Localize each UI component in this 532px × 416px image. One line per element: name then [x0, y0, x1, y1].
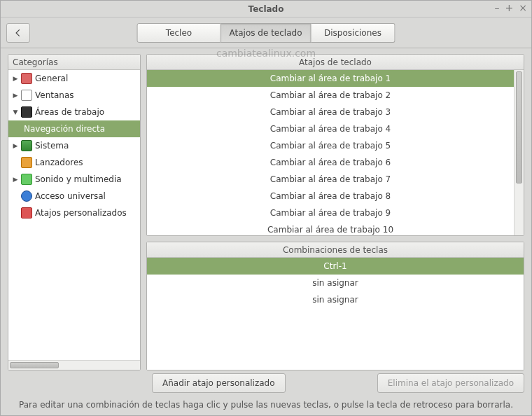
- add-custom-shortcut-button[interactable]: Añadir atajo personalizado: [152, 373, 286, 393]
- bindings-list[interactable]: Ctrl-1 sin asignar sin asignar: [147, 258, 524, 370]
- remove-custom-shortcut-button: Elimina el atajo personalizado: [377, 373, 524, 393]
- multimedia-icon: [21, 174, 32, 185]
- keyboard-window: Teclado – + × Tecleo Atajos de teclado D…: [0, 0, 532, 416]
- category-label: General: [35, 74, 68, 83]
- tab-typing[interactable]: Tecleo: [137, 23, 221, 43]
- shortcut-row[interactable]: Cambiar al área de trabajo 2: [147, 87, 514, 104]
- back-button[interactable]: [6, 23, 30, 43]
- general-icon: [21, 73, 32, 84]
- scroll-thumb[interactable]: [516, 71, 522, 183]
- custom-shortcuts-icon: [21, 207, 32, 219]
- category-workspaces[interactable]: ▼ Áreas de trabajo: [8, 104, 140, 120]
- system-icon: [21, 140, 32, 151]
- shortcuts-panel: Atajos de teclado Cambiar al área de tra…: [146, 54, 524, 236]
- categories-tree[interactable]: ▶ General ▶ Ventanas ▼ Áreas de trabajo …: [8, 70, 140, 360]
- shortcut-row[interactable]: Cambiar al área de trabajo 3: [147, 104, 514, 120]
- category-label: Áreas de trabajo: [35, 107, 104, 117]
- window-icon: [21, 90, 32, 101]
- categories-header: Categorías: [8, 55, 140, 70]
- right-column: Atajos de teclado Cambiar al área de tra…: [146, 54, 524, 370]
- category-label: Atajos personalizados: [35, 208, 127, 218]
- expand-icon: ▶: [11, 142, 20, 149]
- category-launchers[interactable]: Lanzadores: [8, 154, 140, 171]
- maximize-button[interactable]: +: [505, 2, 514, 13]
- bindings-panel: Combinaciones de teclas Ctrl-1 sin asign…: [146, 242, 524, 370]
- toolbar: Tecleo Atajos de teclado Disposiciones: [1, 18, 531, 48]
- shortcut-row[interactable]: Cambiar al área de trabajo 9: [147, 204, 514, 221]
- expand-icon: ▶: [11, 75, 20, 82]
- tabbar: Tecleo Atajos de teclado Disposiciones: [137, 23, 396, 43]
- arrow-left-icon: [13, 28, 23, 38]
- minimize-button[interactable]: –: [495, 2, 500, 13]
- expand-icon: ▶: [11, 92, 20, 99]
- shortcut-row[interactable]: Cambiar al área de trabajo 10: [147, 221, 514, 235]
- shortcuts-list[interactable]: Cambiar al área de trabajo 1 Cambiar al …: [147, 70, 524, 235]
- sidebar-hscrollbar[interactable]: [8, 360, 140, 370]
- main-area: Categorías ▶ General ▶ Ventanas ▼ Áreas …: [1, 48, 531, 370]
- shortcut-row[interactable]: Cambiar al área de trabajo 4: [147, 120, 514, 137]
- shortcut-row[interactable]: Cambiar al área de trabajo 8: [147, 188, 514, 204]
- shortcut-row[interactable]: Cambiar al área de trabajo 1: [147, 70, 514, 87]
- tab-layouts[interactable]: Disposiciones: [311, 23, 395, 43]
- tab-shortcuts[interactable]: Atajos de teclado: [221, 23, 312, 43]
- hint-text: Para editar una combinación de teclas ha…: [1, 396, 531, 415]
- shortcuts-vscrollbar[interactable]: [514, 70, 524, 235]
- shortcut-row[interactable]: Cambiar al área de trabajo 7: [147, 171, 514, 188]
- window-title: Teclado: [248, 4, 284, 14]
- category-label: Ventanas: [35, 90, 74, 100]
- window-controls: – + ×: [495, 2, 527, 13]
- bindings-header: Combinaciones de teclas: [147, 242, 524, 258]
- categories-panel: Categorías ▶ General ▶ Ventanas ▼ Áreas …: [8, 54, 141, 370]
- shortcuts-header: Atajos de teclado: [147, 55, 524, 70]
- binding-row[interactable]: Ctrl-1: [147, 258, 524, 275]
- category-direct-navigation[interactable]: Navegación directa: [8, 120, 140, 137]
- expand-icon: ▶: [11, 176, 20, 183]
- titlebar: Teclado – + ×: [1, 1, 531, 18]
- category-label: Acceso universal: [35, 191, 106, 201]
- category-label: Sonido y multimedia: [35, 174, 122, 184]
- scroll-thumb[interactable]: [10, 362, 59, 368]
- binding-row[interactable]: sin asignar: [147, 275, 524, 291]
- category-label: Sistema: [35, 141, 69, 151]
- category-custom-shortcuts[interactable]: Atajos personalizados: [8, 204, 140, 221]
- accessibility-icon: [21, 190, 32, 202]
- shortcut-row[interactable]: Cambiar al área de trabajo 5: [147, 137, 514, 154]
- category-sound-multimedia[interactable]: ▶ Sonido y multimedia: [8, 171, 140, 188]
- category-general[interactable]: ▶ General: [8, 70, 140, 87]
- category-label: Navegación directa: [24, 124, 105, 134]
- shortcut-row[interactable]: Cambiar al área de trabajo 6: [147, 154, 514, 171]
- category-universal-access[interactable]: Acceso universal: [8, 188, 140, 204]
- collapse-icon: ▼: [11, 109, 20, 116]
- button-row: Añadir atajo personalizado Elimina el at…: [1, 370, 531, 396]
- category-label: Lanzadores: [35, 158, 83, 167]
- binding-row[interactable]: sin asignar: [147, 291, 524, 308]
- launchers-icon: [21, 157, 32, 168]
- category-system[interactable]: ▶ Sistema: [8, 137, 140, 154]
- category-windows[interactable]: ▶ Ventanas: [8, 87, 140, 104]
- close-button[interactable]: ×: [519, 2, 527, 13]
- workspaces-icon: [21, 106, 32, 118]
